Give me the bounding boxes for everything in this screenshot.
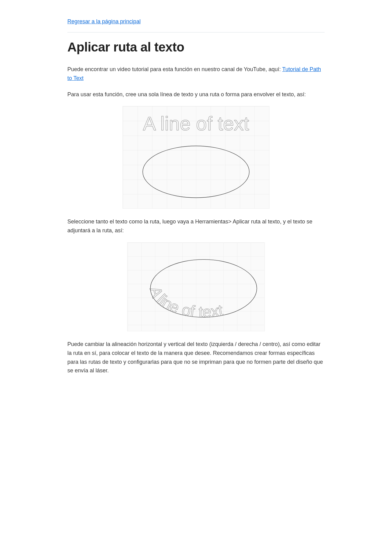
intro-paragraph: Puede encontrar un video tutorial para e… [67, 65, 325, 83]
illustration-text-and-ellipse: A line of text [123, 106, 270, 209]
divider [67, 32, 325, 32]
figure-2: A line of text [67, 242, 325, 331]
illustration-text-on-path: A line of text [127, 242, 265, 331]
instruction-paragraph-3: Puede cambiar la alineación horizontal y… [67, 340, 325, 375]
instruction-paragraph-2: Seleccione tanto el texto como la ruta, … [67, 217, 325, 235]
document-container: Regresar a la página principal Aplicar r… [61, 0, 331, 395]
page-title: Aplicar ruta al texto [67, 40, 325, 55]
instruction-paragraph-1: Para usar esta función, cree una sola lí… [67, 90, 325, 99]
figure-1: A line of text [67, 106, 325, 209]
intro-text: Puede encontrar un video tutorial para e… [67, 66, 282, 72]
outline-text-sample: A line of text [143, 112, 249, 134]
back-link[interactable]: Regresar a la página principal [67, 18, 141, 25]
